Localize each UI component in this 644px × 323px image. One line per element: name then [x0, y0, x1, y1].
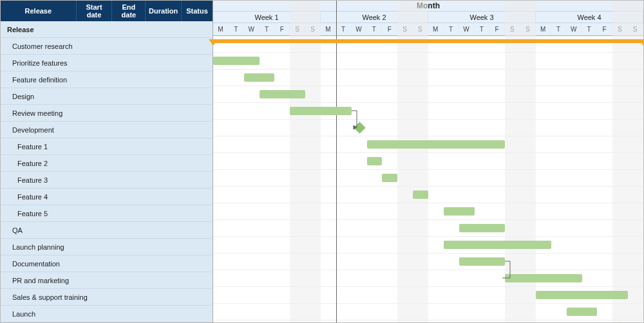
task-bar[interactable] — [459, 224, 506, 232]
day-header-cell: W — [459, 23, 475, 35]
task-row[interactable]: Feature 4 — [1, 189, 213, 205]
day-header-cell: T — [229, 23, 244, 35]
task-bar[interactable] — [367, 157, 383, 165]
timeline-row — [213, 220, 643, 237]
task-row[interactable]: Development — [1, 122, 213, 138]
task-table: Release Start date End date Duration Sta… — [1, 1, 213, 322]
task-row[interactable]: QA — [1, 222, 213, 239]
col-header-duration[interactable]: Duration — [146, 1, 182, 21]
day-header-cell: S — [290, 23, 305, 35]
day-header-cell: T — [366, 23, 382, 35]
day-header-cell: M — [321, 23, 336, 35]
task-bar[interactable] — [382, 174, 397, 182]
timeline-row — [213, 237, 643, 254]
task-row[interactable]: Launch planning — [1, 239, 213, 255]
day-header-cell: F — [597, 23, 612, 35]
task-bar[interactable] — [213, 57, 260, 65]
task-row[interactable]: Release — [1, 21, 213, 38]
summary-start-icon — [209, 39, 218, 46]
timeline-row — [213, 153, 643, 170]
timeline-row — [213, 187, 643, 203]
timeline-row — [213, 53, 643, 69]
task-bar[interactable] — [459, 257, 506, 266]
day-header-cell: M — [536, 23, 551, 35]
task-row[interactable]: Launch — [1, 306, 213, 322]
task-row[interactable]: Customer research — [1, 38, 213, 55]
day-header-cell: T — [551, 23, 567, 35]
day-header-cell: F — [489, 23, 505, 35]
timeline-header: Month Week 1Week 2Week 3Week 4 MTWTFSSMT… — [213, 1, 643, 36]
day-header-cell: S — [505, 23, 520, 35]
task-bar[interactable] — [444, 207, 475, 216]
task-table-header: Release Start date End date Duration Sta… — [1, 1, 213, 21]
col-header-end-date[interactable]: End date — [112, 1, 146, 21]
task-row[interactable]: Feature 1 — [1, 138, 213, 155]
timeline-row — [213, 170, 643, 187]
week-header-cell: Week 2 — [321, 12, 428, 23]
timeline-row — [213, 103, 643, 120]
task-row[interactable]: Review meeting — [1, 105, 213, 122]
task-bar[interactable] — [444, 241, 551, 249]
task-bar[interactable] — [367, 140, 506, 149]
gantt-chart: Release Start date End date Duration Sta… — [0, 0, 644, 323]
day-header-cell: W — [566, 23, 582, 35]
day-header-cell: T — [260, 23, 275, 35]
timeline-row — [213, 69, 643, 86]
day-header-cell: T — [444, 23, 459, 35]
task-bar[interactable] — [244, 73, 275, 82]
day-header-cell: F — [274, 23, 290, 35]
timeline-row — [213, 36, 643, 53]
task-row[interactable]: Feature 3 — [1, 172, 213, 189]
task-row[interactable]: Feature 2 — [1, 155, 213, 172]
timeline-body[interactable] — [213, 36, 643, 322]
timeline-panel: Month Week 1Week 2Week 3Week 4 MTWTFSSMT… — [213, 1, 643, 322]
task-row[interactable]: Sales & support training — [1, 289, 213, 306]
day-header-cell: W — [352, 23, 367, 35]
week-header-cell: Week 1 — [213, 12, 321, 23]
summary-end-icon — [639, 39, 644, 46]
task-bar[interactable] — [413, 190, 428, 199]
day-header-cell: S — [612, 23, 628, 35]
task-bar[interactable] — [290, 107, 351, 115]
day-header-cell: T — [582, 23, 597, 35]
timeline-row — [213, 203, 643, 220]
week-header-cell: Week 4 — [536, 12, 643, 23]
task-rows: ReleaseCustomer researchPrioritize featu… — [1, 21, 213, 322]
day-header-cell: S — [397, 23, 413, 35]
task-row[interactable]: Feature 5 — [1, 205, 213, 222]
col-header-release[interactable]: Release — [1, 1, 77, 21]
task-row[interactable]: Documentation — [1, 255, 213, 272]
day-header-cell: S — [520, 23, 536, 35]
week-header-cell: Week 3 — [428, 12, 536, 23]
day-header-cell: S — [413, 23, 428, 35]
task-row[interactable]: Prioritize features — [1, 55, 213, 71]
col-header-status[interactable]: Status — [182, 1, 213, 21]
timeline-row — [213, 254, 643, 270]
col-header-start-date[interactable]: Start date — [77, 1, 113, 21]
day-header-cell: W — [244, 23, 260, 35]
task-row[interactable]: Feature definition — [1, 71, 213, 88]
day-header-cell: M — [213, 23, 229, 35]
day-header-cell: T — [474, 23, 489, 35]
task-bar[interactable] — [567, 308, 598, 316]
task-row[interactable]: PR and marketing — [1, 272, 213, 289]
day-row: MTWTFSSMTWTFSSMTWTFSSMTWTFSS — [213, 23, 643, 35]
task-bar[interactable] — [505, 274, 582, 282]
timeline-row — [213, 120, 643, 136]
task-row[interactable]: Design — [1, 88, 213, 105]
day-header-cell: T — [336, 23, 352, 35]
day-header-cell: S — [305, 23, 321, 35]
month-label: Month — [213, 1, 643, 12]
task-bar[interactable] — [260, 90, 306, 98]
task-bar[interactable] — [536, 291, 628, 299]
day-header-cell: S — [628, 23, 643, 35]
week-row: Week 1Week 2Week 3Week 4 — [213, 12, 643, 24]
summary-bar[interactable] — [213, 39, 643, 43]
timeline-row — [213, 320, 643, 323]
day-header-cell: F — [382, 23, 397, 35]
day-header-cell: M — [428, 23, 444, 35]
